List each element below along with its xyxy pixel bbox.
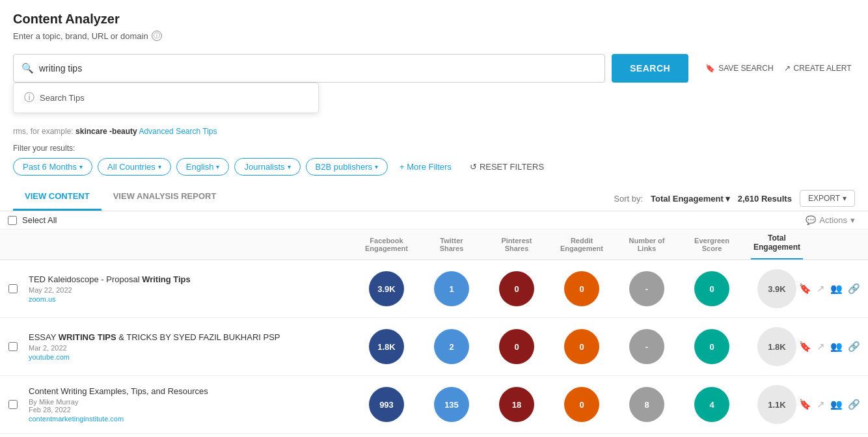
tabs-row: VIEW CONTENT VIEW ANALYSIS REPORT Sort b… — [0, 176, 868, 211]
info-icon[interactable]: ⓘ — [152, 31, 162, 41]
col-header-twitter: TwitterShares — [419, 237, 484, 252]
filter-author[interactable]: Journalists ▾ — [234, 158, 300, 176]
users-icon[interactable]: 👥 — [830, 341, 843, 352]
row-checkbox-wrap — [0, 400, 26, 409]
filter-country-label: All Countries — [107, 162, 156, 172]
advanced-search-link[interactable]: Advanced Search Tips — [139, 127, 217, 136]
col-header-evergreen: EvergreenScore — [679, 237, 744, 252]
filter-label: Filter your results: — [13, 144, 855, 153]
col-headers: FacebookEngagement TwitterShares Pintere… — [0, 230, 868, 260]
row-3-title: Content Writing Examples, Tips, and Reso… — [26, 386, 354, 423]
chevron-down-icon: ▾ — [158, 163, 161, 170]
table-row: ESSAY WRITING TIPS & TRICKS BY SYED FAZI… — [0, 318, 868, 376]
users-icon[interactable]: 👥 — [830, 283, 843, 295]
table-row: TED Kaleidoscope - Proposal Writing Tips… — [0, 260, 868, 318]
evergreen-metric: 4 — [679, 387, 744, 422]
actions-button[interactable]: 💬 Actions ▾ — [806, 215, 855, 225]
link-icon[interactable]: 🔗 — [848, 341, 860, 352]
row-1-checkbox[interactable] — [8, 284, 18, 293]
total-badge: 3.9K — [757, 269, 796, 308]
facebook-metric: 993 — [354, 387, 419, 422]
article-source[interactable]: zoom.us — [29, 295, 347, 303]
export-chevron-icon: ▾ — [843, 194, 847, 203]
share-icon[interactable]: ↗ — [817, 399, 825, 410]
filter-publisher[interactable]: B2B publishers ▾ — [306, 158, 388, 176]
tabs: VIEW CONTENT VIEW ANALYSIS REPORT — [13, 186, 228, 211]
twitter-metric: 2 — [419, 329, 484, 364]
facebook-badge: 993 — [369, 387, 404, 422]
filter-country[interactable]: All Countries ▾ — [98, 158, 171, 176]
article-title: Content Writing Examples, Tips, and Reso… — [29, 386, 347, 396]
link-icon[interactable]: 🔗 — [848, 283, 860, 295]
subtitle-text: Enter a topic, brand, URL or domain — [13, 31, 148, 41]
actions-chevron-icon: ▾ — [850, 215, 855, 225]
sort-value-button[interactable]: Total Engagement ▾ — [651, 194, 730, 204]
create-alert-button[interactable]: ↗ CREATE ALERT — [784, 64, 852, 73]
tab-view-analysis[interactable]: VIEW ANALYSIS REPORT — [102, 186, 228, 211]
actions-icon: 💬 — [806, 215, 816, 225]
sort-export-area: Sort by: Total Engagement ▾ 2,610 Result… — [614, 190, 855, 207]
reset-icon: ↺ — [470, 162, 477, 172]
row-3-checkbox[interactable] — [8, 400, 18, 409]
filter-author-label: Journalists — [244, 162, 284, 172]
search-tips-label: Search Tips — [40, 93, 85, 103]
row-1-title: TED Kaleidoscope - Proposal Writing Tips… — [26, 274, 354, 303]
save-search-button[interactable]: 🔖 SAVE SEARCH — [705, 64, 773, 73]
pinterest-metric: 18 — [484, 387, 549, 422]
tab-view-content[interactable]: VIEW CONTENT — [13, 186, 102, 211]
search-hint: rms, for example: skincare -beauty Advan… — [0, 122, 868, 136]
reset-filters-button[interactable]: ↺ RESET FILTERS — [463, 159, 550, 175]
search-tips-dropdown: ⓘ Search Tips — [13, 83, 319, 113]
evergreen-badge: 4 — [694, 387, 729, 422]
article-date: May 22, 2022 — [29, 286, 347, 294]
share-icon[interactable]: ↗ — [817, 283, 825, 295]
alert-icon: ↗ — [784, 64, 791, 73]
article-date: Mar 2, 2022 — [29, 344, 347, 352]
filter-time[interactable]: Past 6 Months ▾ — [13, 158, 92, 176]
share-icon[interactable]: ↗ — [817, 341, 825, 352]
search-button[interactable]: SEARCH — [612, 54, 688, 83]
row-2-checkbox[interactable] — [8, 342, 18, 351]
pinterest-badge: 0 — [499, 329, 534, 364]
save-icon: 🔖 — [705, 64, 715, 73]
users-icon[interactable]: 👥 — [830, 399, 843, 410]
twitter-badge: 2 — [434, 329, 469, 364]
col-header-total: TotalEngagement — [744, 233, 809, 256]
col-header-reddit: RedditEngagement — [549, 237, 614, 252]
bookmark-icon[interactable]: 🔖 — [799, 399, 811, 410]
hint-example: skincare -beauty — [75, 127, 137, 136]
link-icon[interactable]: 🔗 — [848, 399, 860, 410]
evergreen-metric: 0 — [679, 329, 744, 364]
actions-wrap: 💬 Actions ▾ — [806, 215, 855, 225]
row-actions: 🔖 ↗ 👥 🔗 — [809, 399, 868, 410]
export-button[interactable]: EXPORT ▾ — [800, 190, 855, 207]
chevron-down-icon: ▾ — [288, 163, 291, 170]
filter-language-label: English — [186, 162, 214, 172]
links-metric: - — [614, 329, 679, 364]
bookmark-icon[interactable]: 🔖 — [799, 341, 811, 352]
article-source[interactable]: contentmarketinginstitute.com — [29, 415, 347, 423]
article-author: By Mike Murray — [29, 398, 347, 406]
bookmark-icon[interactable]: 🔖 — [799, 283, 811, 295]
select-all-checkbox[interactable] — [8, 216, 17, 225]
filter-language[interactable]: English ▾ — [176, 158, 230, 176]
row-actions: 🔖 ↗ 👥 🔗 — [809, 341, 868, 352]
filter-publisher-label: B2B publishers — [316, 162, 372, 172]
facebook-badge: 1.8K — [369, 329, 404, 364]
search-input[interactable] — [39, 63, 597, 73]
twitter-badge: 1 — [434, 271, 469, 306]
chevron-down-icon: ▾ — [216, 163, 219, 170]
article-source[interactable]: youtube.com — [29, 353, 347, 361]
article-title-bold: Writing Tips — [142, 274, 191, 284]
reddit-metric: 0 — [549, 271, 614, 306]
table-row: Content Writing Examples, Tips, and Reso… — [0, 376, 868, 434]
search-input-wrap: 🔍 — [13, 54, 605, 83]
twitter-metric: 1 — [419, 271, 484, 306]
evergreen-metric: 0 — [679, 271, 744, 306]
reddit-badge: 0 — [564, 329, 599, 364]
chevron-down-icon: ▾ — [79, 163, 83, 170]
hint-text: rms, for example: — [13, 127, 75, 136]
evergreen-badge: 0 — [694, 271, 729, 306]
filter-chips: Past 6 Months ▾ All Countries ▾ English … — [13, 158, 855, 176]
more-filters-button[interactable]: + More Filters — [393, 159, 458, 175]
